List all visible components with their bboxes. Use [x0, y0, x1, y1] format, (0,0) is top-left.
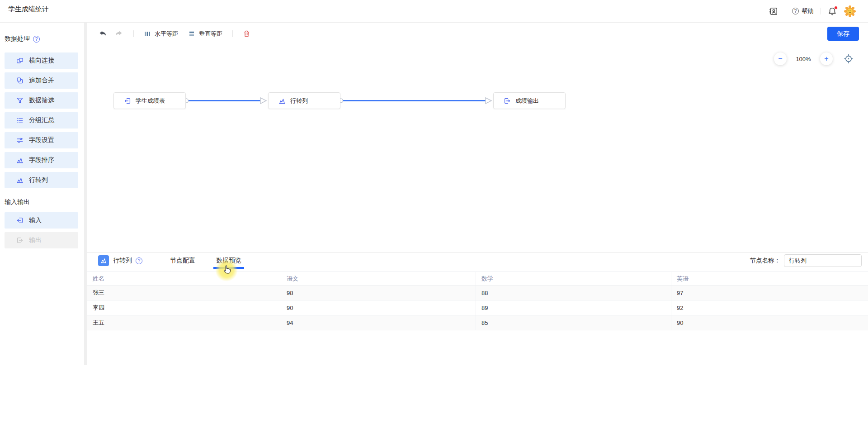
table-cell: 张三 — [87, 286, 281, 300]
sidebar-item-label: 字段设置 — [29, 136, 54, 144]
sidebar-section-data-processing: 数据处理 — [5, 35, 84, 43]
table-cell: 85 — [476, 315, 671, 330]
sidebar-item-label: 输出 — [29, 236, 42, 244]
node-name-label: 节点名称： — [750, 257, 781, 265]
fit-view-icon[interactable] — [844, 54, 854, 64]
table-cell: 92 — [671, 300, 868, 315]
table-cell: 97 — [671, 286, 868, 300]
section-help-icon[interactable] — [33, 36, 40, 43]
table-cell: 88 — [476, 286, 671, 300]
sidebar-item-row-to-column[interactable]: 行转列 — [5, 172, 78, 188]
help-icon — [792, 8, 799, 14]
output-icon — [504, 97, 511, 105]
help-button[interactable]: 帮助 — [792, 7, 814, 15]
sidebar-item-data-filter[interactable]: 数据筛选 — [5, 92, 78, 109]
join-icon — [16, 57, 24, 64]
delete-node-button[interactable] — [243, 30, 250, 38]
sidebar-item-output: 输出 — [5, 232, 78, 248]
top-bar: 学生成绩统计 帮助 — [0, 0, 868, 23]
vertical-distribute-label: 垂直等距 — [199, 30, 222, 38]
sidebar-item-label: 追加合并 — [29, 76, 54, 85]
column-header: 英语 — [671, 272, 868, 285]
node-detail-panel: 行转列 节点配置 数据预览 节点名称： 姓名 — [87, 252, 868, 365]
table-row: 王五 94 85 90 — [87, 315, 868, 330]
divider — [785, 8, 785, 14]
panel-title: 行转列 — [113, 257, 132, 265]
row-to-column-icon — [16, 176, 24, 184]
divider — [133, 30, 134, 37]
sidebar-section-input-output: 输入输出 — [5, 198, 84, 206]
panel-header: 行转列 节点配置 数据预览 节点名称： — [87, 252, 868, 269]
flow-node-student-score-table[interactable]: 学生成绩表 — [113, 92, 186, 109]
divider — [232, 30, 233, 37]
sidebar-item-label: 行转列 — [29, 176, 48, 184]
zoom-level: 100% — [795, 56, 811, 62]
horizontal-distribute-button[interactable]: 水平等距 — [144, 30, 178, 38]
column-header: 数学 — [476, 272, 671, 285]
notification-bell-icon[interactable] — [828, 7, 837, 16]
flow-node-score-output[interactable]: 成绩输出 — [493, 92, 566, 109]
table-row: 张三 98 88 97 — [87, 286, 868, 300]
divider — [821, 8, 821, 14]
sidebar-item-horizontal-join[interactable]: 横向连接 — [5, 52, 78, 69]
table-cell: 90 — [281, 300, 476, 315]
node-label: 行转列 — [290, 97, 308, 105]
app-window: 学生成绩统计 帮助 — [0, 0, 868, 424]
table-cell: 98 — [281, 286, 476, 300]
topbar-actions: 帮助 — [769, 5, 856, 18]
data-preview-table: 姓名 语文 数学 英语 张三 98 88 97 李四 90 89 92 — [87, 272, 868, 330]
node-name-input[interactable] — [784, 254, 862, 267]
sidebar-item-group-summary[interactable]: 分组汇总 — [5, 112, 78, 129]
filter-icon — [16, 97, 24, 104]
tab-data-preview[interactable]: 数据预览 — [215, 252, 243, 269]
horizontal-distribute-icon — [144, 30, 151, 38]
address-book-icon[interactable] — [769, 7, 778, 16]
table-row: 李四 90 89 92 — [87, 300, 868, 315]
sidebar-item-label: 分组汇总 — [29, 116, 54, 124]
zoom-in-button[interactable]: + — [820, 52, 833, 65]
table-cell: 李四 — [87, 300, 281, 315]
table-cell: 94 — [281, 315, 476, 330]
vertical-distribute-icon — [188, 30, 195, 38]
save-button[interactable]: 保存 — [827, 27, 859, 41]
field-sort-icon — [16, 157, 24, 164]
output-icon — [16, 237, 24, 244]
panel-tabs: 节点配置 数据预览 — [169, 252, 243, 269]
horizontal-distribute-label: 水平等距 — [155, 30, 178, 38]
table-header-row: 姓名 语文 数学 英语 — [87, 272, 868, 286]
group-summary-icon — [16, 117, 24, 124]
sidebar: 数据处理 横向连接 追加合并 数据筛选 — [0, 23, 84, 365]
sidebar-item-input[interactable]: 输入 — [5, 212, 78, 229]
column-header: 语文 — [281, 272, 476, 285]
vertical-distribute-button[interactable]: 垂直等距 — [188, 30, 222, 38]
sidebar-item-field-settings[interactable]: 字段设置 — [5, 132, 78, 148]
sidebar-item-label: 横向连接 — [29, 57, 54, 65]
sidebar-divider — [84, 23, 87, 365]
sidebar-item-field-sort[interactable]: 字段排序 — [5, 152, 78, 168]
sidebar-item-append-merge[interactable]: 追加合并 — [5, 72, 78, 89]
user-avatar[interactable] — [844, 5, 856, 18]
undo-button[interactable] — [98, 29, 107, 38]
input-icon — [124, 97, 131, 105]
page-title[interactable]: 学生成绩统计 — [8, 5, 50, 17]
field-settings-icon — [16, 137, 24, 144]
tab-node-config[interactable]: 节点配置 — [169, 252, 197, 269]
row-to-column-icon — [278, 97, 286, 105]
node-label: 学生成绩表 — [136, 97, 165, 105]
panel-help-icon[interactable] — [136, 257, 142, 264]
append-merge-icon — [16, 77, 24, 84]
flow-canvas[interactable]: 学生成绩表 行转列 成绩输出 − 100% — [87, 45, 868, 252]
flow-node-row-to-column[interactable]: 行转列 — [268, 92, 340, 109]
section-title: 输入输出 — [5, 198, 30, 206]
canvas-toolbar: 水平等距 垂直等距 保存 — [87, 23, 868, 45]
notification-badge — [834, 6, 838, 10]
node-label: 成绩输出 — [515, 97, 539, 105]
table-cell: 90 — [671, 315, 868, 330]
table-cell: 89 — [476, 300, 671, 315]
help-label: 帮助 — [802, 7, 814, 15]
zoom-controls: − 100% + — [774, 52, 854, 65]
redo-button[interactable] — [115, 29, 123, 38]
column-header: 姓名 — [87, 272, 281, 285]
section-title: 数据处理 — [5, 35, 30, 43]
zoom-out-button[interactable]: − — [774, 52, 787, 65]
